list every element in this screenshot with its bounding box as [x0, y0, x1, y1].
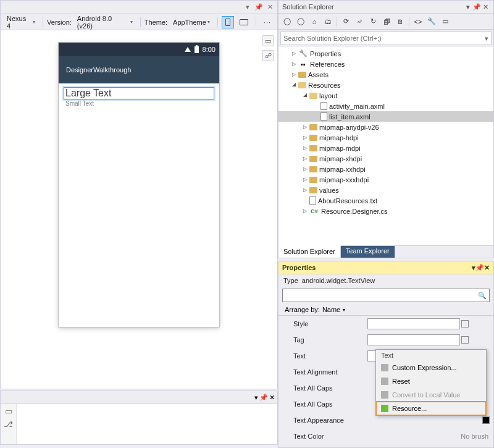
refresh-icon[interactable]: ↻ [367, 15, 379, 28]
pin-icon[interactable]: 📌 [475, 264, 484, 272]
prop-row-style[interactable]: Style [278, 316, 493, 332]
theme-label: Theme: [144, 19, 167, 26]
designer-panel: ▾ 📌 ✕ Nexus 4 Version: Android 8.0 (v26)… [0, 0, 278, 389]
clock-text: 8:00 [203, 46, 216, 53]
bottom-tool-strip: ▭ ⎇ [1, 404, 17, 444]
window-dropdown-icon[interactable]: ▾ [464, 3, 472, 11]
window-dropdown-icon[interactable]: ▾ [254, 394, 258, 402]
close-icon[interactable]: ✕ [484, 264, 490, 272]
tree-node-values[interactable]: values [278, 185, 493, 195]
tab-solution-explorer[interactable]: Solution Explorer [278, 245, 341, 258]
square-icon [381, 378, 388, 385]
search-dropdown-icon[interactable]: ▾ [485, 35, 488, 43]
tree-node-resource-designer-cs[interactable]: Resource.Designer.cs [278, 206, 493, 216]
large-textview[interactable]: Large Text [64, 87, 214, 99]
tree-node-references[interactable]: ▪▪References [278, 59, 493, 69]
tree-node-resources[interactable]: Resources [278, 80, 493, 90]
properties-arrange[interactable]: Arrange by: Name ▾ [278, 304, 493, 315]
tree-node-properties[interactable]: Properties [278, 48, 493, 59]
pin-icon[interactable]: 📌 [472, 3, 481, 11]
properties-type-row: Type android.widget.TextView [278, 274, 493, 287]
collapse-all-icon[interactable]: 🗐 [380, 15, 393, 28]
tool-window-tabs: Solution Explorer Team Explorer [278, 245, 493, 258]
close-icon[interactable]: ✕ [265, 2, 275, 12]
tree-node-activity-main[interactable]: activity_main.axml [278, 101, 493, 111]
bottom-tool-panel: ▾ 📌 ✕ ▭ ⎇ [0, 391, 278, 445]
close-icon[interactable]: ✕ [481, 3, 490, 11]
overflow-button[interactable]: ··· [260, 16, 275, 28]
wifi-icon [185, 47, 191, 52]
phone-frame: 8:00 DesignerWalkthrough Large Text Smal… [59, 43, 219, 327]
sync-icon[interactable]: 🗂 [322, 15, 334, 28]
popup-resource[interactable]: Resource... [376, 402, 486, 415]
toolbar-separator [256, 17, 256, 27]
tree-node-mipmap-xxhdpi[interactable]: mipmap-xxhdpi [278, 164, 493, 174]
pin-icon[interactable]: 📌 [259, 394, 268, 402]
app-title: DesignerWalkthrough [66, 66, 131, 74]
prop-row-text-color[interactable]: Text ColorNo brush [278, 428, 493, 444]
tree-node-list-item[interactable]: list_item.axml [278, 111, 493, 122]
popup-custom-expression[interactable]: Custom Expression... [376, 361, 486, 374]
prop-row-tag[interactable]: Tag [278, 332, 493, 348]
tree-node-mipmap-hdpi[interactable]: mipmap-hdpi [278, 132, 493, 143]
branch-tool-icon[interactable]: ⎇ [4, 420, 13, 429]
tree-node-mipmap-xhdpi[interactable]: mipmap-xhdpi [278, 153, 493, 164]
close-icon[interactable]: ✕ [269, 394, 275, 402]
folder-icon [309, 166, 317, 172]
chevron-down-icon: ▾ [343, 307, 345, 313]
solution-explorer-panel: Solution Explorer ▾ 📌 ✕ ◯ ◯ ⌂ 🗂 ⟳ ⤾ ↻ 🗐 … [278, 0, 494, 258]
solution-explorer-title: Solution Explorer ▾ 📌 ✕ [278, 1, 493, 14]
view-code-icon[interactable]: <> [412, 15, 424, 28]
status-bar: 8:00 [59, 43, 219, 56]
folder-icon [309, 124, 317, 130]
properties-icon[interactable]: 🗎 [394, 15, 406, 28]
nav-back-icon[interactable]: ◯ [281, 15, 293, 28]
design-surface[interactable]: ▭ ☍ 8:00 DesignerWalkthrough Large Text … [1, 30, 277, 389]
properties-search[interactable]: 🔍 [282, 289, 490, 302]
folder-icon [309, 177, 317, 183]
tree-node-assets[interactable]: Assets [278, 69, 493, 80]
device-selector[interactable]: Nexus 4 [3, 16, 39, 28]
battery-icon [195, 46, 199, 53]
popup-header: Text [376, 350, 486, 361]
tree-node-mipmap-mdpi[interactable]: mipmap-mdpi [278, 143, 493, 153]
csharp-file-icon [309, 207, 319, 216]
toolbar-separator [43, 17, 43, 27]
nav-forward-icon[interactable]: ◯ [295, 15, 307, 28]
tree-node-layout[interactable]: layout [278, 90, 493, 101]
surface-tool-link-icon[interactable]: ☍ [262, 50, 274, 61]
surface-tool-region-icon[interactable]: ▭ [262, 35, 274, 46]
scope-icon[interactable]: ⟳ [340, 15, 352, 28]
orientation-portrait-button[interactable] [222, 16, 234, 28]
orientation-landscape-button[interactable] [236, 16, 252, 28]
home-icon[interactable]: ⌂ [308, 15, 320, 28]
wrench-icon [298, 49, 308, 58]
version-selector[interactable]: Android 8.0 (v26) [73, 16, 136, 28]
theme-selector[interactable]: AppTheme [169, 16, 214, 28]
toolbar-separator [217, 17, 218, 27]
resource-square-icon [381, 405, 388, 412]
tree-node-mipmap-anydpi[interactable]: mipmap-anydpi-v26 [278, 122, 493, 132]
search-icon: 🔍 [478, 292, 487, 300]
tree-node-mipmap-xxxhdpi[interactable]: mipmap-xxxhdpi [278, 174, 493, 185]
folder-icon [309, 187, 317, 193]
popup-reset[interactable]: Reset [376, 374, 486, 388]
pin-icon[interactable]: 📌 [254, 2, 264, 12]
small-textview[interactable]: Small Text [64, 99, 214, 108]
show-all-icon[interactable]: ⤾ [353, 15, 366, 28]
toolbar-separator [140, 17, 141, 27]
preview-icon[interactable]: ▭ [439, 15, 451, 28]
designer-toolbar: Nexus 4 Version: Android 8.0 (v26) Theme… [1, 14, 277, 30]
pointer-tool-icon[interactable]: ▭ [5, 407, 12, 416]
designer-title-bar: ▾ 📌 ✕ [1, 1, 277, 14]
wrench-icon[interactable]: 🔧 [425, 15, 438, 28]
solution-explorer-search[interactable]: Search Solution Explorer (Ctrl+;) ▾ [280, 32, 492, 45]
solution-explorer-tree[interactable]: Properties ▪▪References Assets Resources… [278, 47, 493, 245]
window-dropdown-icon[interactable]: ▾ [243, 2, 253, 12]
folder-icon [309, 156, 317, 162]
file-icon [320, 102, 327, 110]
properties-title: Properties [282, 264, 316, 271]
tab-team-explorer[interactable]: Team Explorer [341, 246, 395, 258]
tree-node-about-resources[interactable]: AboutResources.txt [278, 195, 493, 206]
search-placeholder: Search Solution Explorer (Ctrl+;) [283, 35, 382, 42]
